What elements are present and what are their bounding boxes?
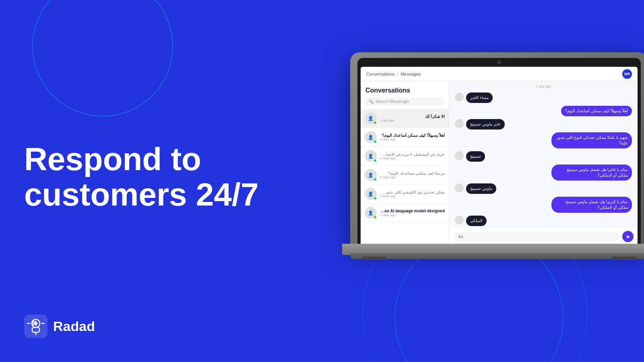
conv-avatar-3: 👤 bbox=[365, 169, 377, 181]
message-bubble-4: جيمينج bbox=[466, 151, 485, 162]
msg-avatar-2 bbox=[455, 119, 464, 128]
chat-input-area: ➤ bbox=[449, 227, 638, 245]
conv-name-1: أهلاً وسهلاً! كيف ممكن أساعدك اليوم؟ bbox=[380, 133, 445, 138]
breadcrumb-separator: / bbox=[397, 72, 398, 76]
conv-info-3: مرحباً! كيف يمكنني مساعدتك اليوم؟ 4 days… bbox=[380, 171, 445, 179]
chat-area: 1 day ago مساء الخير أهلاً وسهلاً! كيف م… bbox=[449, 81, 638, 245]
chat-messages: مساء الخير أهلاً وسهلاً! كيف ممكن أساعدك… bbox=[449, 90, 638, 227]
conv-name-0: الا شكراً لك bbox=[380, 114, 445, 119]
sidebar-title: Conversations bbox=[361, 81, 449, 97]
conversation-item-0[interactable]: 👤 الا شكراً لك 1 day ago bbox=[361, 109, 449, 128]
msg-avatar-4 bbox=[455, 151, 464, 160]
conv-avatar-5: 👤 bbox=[365, 207, 377, 219]
send-button[interactable]: ➤ bbox=[622, 231, 634, 242]
logo-area: R Radad bbox=[24, 315, 95, 338]
conv-info-4: ممكن تحدثني نوع الكونشي اللي بتدور عليه؟… bbox=[380, 190, 445, 198]
conv-avatar-4: 👤 bbox=[365, 188, 377, 200]
send-icon: ➤ bbox=[626, 234, 630, 240]
laptop-foot-left bbox=[362, 257, 386, 260]
laptop-container: Conversations / Messages MR Conversation… bbox=[350, 52, 644, 302]
msg-avatar-6 bbox=[455, 183, 464, 192]
hero-line2: customers 24/7 bbox=[24, 177, 259, 212]
conv-time-0: 1 day ago bbox=[380, 119, 445, 122]
conv-preview-4: ممكن تحدثني نوع الكونشي اللي بتدور عليه؟ bbox=[380, 190, 445, 194]
conv-time-3: 4 days ago bbox=[380, 175, 445, 179]
message-row-0: مساء الخير bbox=[455, 93, 632, 103]
conversation-item-5[interactable]: 👤 I'm an AI language model designed ... … bbox=[361, 204, 449, 222]
msg-avatar-0 bbox=[455, 93, 464, 101]
message-row-3: تفهم يا باشا! ممكن تحددلي النوع اللي بتد… bbox=[455, 132, 632, 148]
message-row-8: لاسلكي bbox=[455, 216, 632, 226]
conv-info-5: I'm an AI language model designed ... 4 … bbox=[380, 209, 445, 217]
conv-time-5: 4 days ago bbox=[380, 213, 445, 217]
laptop-camera bbox=[497, 60, 501, 64]
conversation-item-3[interactable]: 👤 مرحباً! كيف يمكنني مساعدتك اليوم؟ 4 da… bbox=[361, 166, 449, 185]
message-row-7: تمام يا كنزي! هل تفضل ماوس جيمينج سلكي أ… bbox=[455, 197, 632, 213]
message-row-4: جيمينج bbox=[455, 151, 632, 162]
chat-input[interactable] bbox=[453, 232, 619, 241]
conv-time-4: 4 days ago bbox=[380, 194, 445, 198]
message-bubble-7: تمام يا كنزي! هل تفضل ماوس جيمينج سلكي أ… bbox=[551, 197, 632, 213]
radad-logo-icon: R bbox=[24, 315, 47, 338]
message-row-6: ماوس جيمينج bbox=[455, 183, 632, 194]
conv-preview-3: مرحباً! كيف يمكنني مساعدتك اليوم؟ bbox=[380, 171, 445, 175]
conv-info-1: أهلاً وسهلاً! كيف ممكن أساعدك اليوم؟ 2 d… bbox=[380, 133, 445, 141]
conversation-list: 👤 الا شكراً لك 1 day ago 👤 bbox=[361, 109, 449, 245]
logo-text: Radad bbox=[53, 319, 95, 334]
conv-time-2: 4 days ago bbox=[380, 156, 445, 160]
message-bubble-8: لاسلكي bbox=[466, 216, 487, 226]
breadcrumb: Conversations / Messages bbox=[366, 72, 421, 76]
conv-avatar-1: 👤 bbox=[365, 131, 377, 143]
conversation-item-2[interactable]: 👤 أعرف في المستقبل، لا مزيد في الاتصال م… bbox=[361, 147, 449, 166]
conv-name-5: I'm an AI language model designed ... bbox=[380, 209, 445, 213]
conv-avatar-2: 👤 bbox=[365, 150, 377, 162]
laptop-foot-right bbox=[612, 257, 636, 260]
hero-text: Respond to customers 24/7 bbox=[24, 142, 266, 212]
message-bubble-3: تفهم يا باشا! ممكن تحددلي النوع اللي بتد… bbox=[551, 132, 632, 148]
svg-text:R: R bbox=[32, 320, 37, 327]
conv-info-0: الا شكراً لك 1 day ago bbox=[380, 114, 445, 122]
hero-line1: Respond to bbox=[24, 141, 201, 177]
message-bubble-5: تمام يا غالي! هل تفضل ماوس جيمينج سلكي أ… bbox=[551, 165, 632, 181]
laptop-feet bbox=[362, 257, 636, 261]
message-bubble-6: ماوس جيمينج bbox=[466, 183, 496, 194]
search-icon: 🔍 bbox=[369, 99, 374, 104]
conversation-item-4[interactable]: 👤 ممكن تحدثني نوع الكونشي اللي بتدور علي… bbox=[361, 185, 449, 204]
conv-preview-2: أعرف في المستقبل، لا مزيد في الاتصال من bbox=[380, 152, 445, 156]
msg-avatar-8 bbox=[455, 216, 464, 224]
search-placeholder: Search Messenger bbox=[376, 99, 409, 104]
conversation-item-1[interactable]: 👤 أهلاً وسهلاً! كيف ممكن أساعدك اليوم؟ 2… bbox=[361, 128, 449, 147]
laptop-screen-bezel: Conversations / Messages MR Conversation… bbox=[357, 58, 641, 245]
conversations-sidebar: Conversations 🔍 Search Messenger 👤 bbox=[361, 81, 449, 245]
message-row-1: أهلاً وسهلاً! كيف ممكن أساعدك اليوم؟ bbox=[455, 106, 632, 116]
app-header: Conversations / Messages MR bbox=[361, 67, 638, 81]
breadcrumb-conversations: Conversations bbox=[366, 72, 394, 76]
user-avatar: MR bbox=[622, 69, 632, 79]
conv-avatar-0: 👤 bbox=[365, 112, 377, 124]
message-bubble-1: أهلاً وسهلاً! كيف ممكن أساعدك اليوم؟ bbox=[561, 106, 632, 116]
breadcrumb-messages: Messages bbox=[400, 72, 421, 76]
search-box[interactable]: 🔍 Search Messenger bbox=[365, 97, 445, 106]
laptop-body: Conversations / Messages MR Conversation… bbox=[350, 52, 644, 245]
message-row-2: عايز ماوس جيمينج bbox=[455, 119, 632, 130]
conv-time-1: 2 days ago bbox=[380, 138, 445, 141]
laptop-screen: Conversations / Messages MR Conversation… bbox=[361, 67, 638, 245]
app-body: Conversations 🔍 Search Messenger 👤 bbox=[361, 81, 638, 245]
chat-date-divider: 1 day ago bbox=[449, 81, 638, 90]
message-bubble-2: عايز ماوس جيمينج bbox=[466, 119, 505, 130]
message-row-5: تمام يا غالي! هل تفضل ماوس جيمينج سلكي أ… bbox=[455, 165, 632, 181]
left-panel: Respond to customers 24/7 bbox=[24, 0, 266, 362]
conv-info-2: أعرف في المستقبل، لا مزيد في الاتصال من … bbox=[380, 152, 445, 160]
message-bubble-0: مساء الخير bbox=[466, 93, 493, 103]
